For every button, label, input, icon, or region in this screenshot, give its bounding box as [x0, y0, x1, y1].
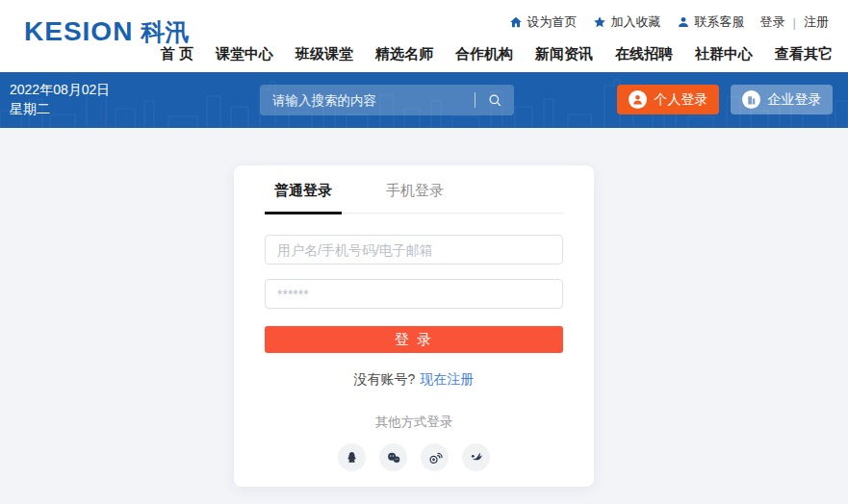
qq-login-button[interactable] — [338, 443, 366, 471]
logo-text-cn: 科汛 — [141, 16, 189, 48]
qq-icon — [345, 450, 359, 465]
contact-service-link[interactable]: 联系客服 — [677, 13, 745, 31]
auth-links: 登录 | 注册 — [760, 13, 829, 31]
main-nav: 首 页 课堂中心 班级课堂 精选名师 合作机构 新闻资讯 在线招聘 社群中心 查… — [161, 45, 833, 63]
enterprise-login-label: 企业登录 — [768, 91, 822, 109]
password-field[interactable] — [265, 279, 563, 309]
nav-item-classroom-center[interactable]: 课堂中心 — [216, 45, 273, 63]
logo-text-en: KESION — [24, 16, 133, 47]
add-favorite-link[interactable]: 加入收藏 — [593, 13, 661, 31]
search-input[interactable] — [260, 85, 475, 115]
wechat-icon — [386, 450, 401, 466]
no-account-text: 没有账号? — [354, 371, 416, 387]
nav-item-partner-orgs[interactable]: 合作机构 — [455, 45, 513, 63]
site-logo: KESION 科汛 — [24, 16, 189, 48]
set-home-label: 设为首页 — [527, 13, 578, 31]
personal-login-label: 个人登录 — [655, 91, 708, 109]
add-favorite-label: 加入收藏 — [611, 13, 661, 31]
nav-item-community[interactable]: 社群中心 — [695, 45, 753, 63]
tab-phone-login[interactable]: 手机登录 — [376, 182, 453, 213]
search-bar — [260, 85, 514, 115]
register-now-link[interactable]: 现在注册 — [420, 371, 474, 387]
set-home-link[interactable]: 设为首页 — [509, 13, 578, 31]
site-header: KESION 科汛 设为首页 加入收藏 联系客服 — [0, 0, 848, 72]
username-field[interactable] — [265, 235, 563, 265]
home-icon — [509, 15, 523, 29]
nav-item-jobs[interactable]: 在线招聘 — [615, 45, 673, 63]
register-link[interactable]: 注册 — [804, 13, 829, 31]
tab-normal-login[interactable]: 普通登录 — [265, 182, 342, 213]
nav-item-class-courses[interactable]: 班级课堂 — [296, 45, 353, 63]
nav-item-more[interactable]: 查看其它 — [775, 45, 833, 63]
weibo-icon — [427, 450, 443, 466]
page: KESION 科汛 设为首页 加入收藏 联系客服 — [0, 0, 848, 504]
weibo-login-button[interactable] — [421, 443, 449, 471]
auth-separator: | — [793, 15, 796, 30]
personal-user-icon — [629, 90, 647, 109]
search-icon — [487, 92, 503, 109]
login-link[interactable]: 登录 — [760, 13, 785, 31]
enterprise-login-button[interactable]: 企业登录 — [731, 85, 833, 114]
person-icon — [677, 15, 690, 29]
personal-login-button[interactable]: 个人登录 — [617, 85, 719, 114]
yixin-icon — [469, 450, 484, 466]
login-submit-button[interactable]: 登 录 — [265, 326, 563, 353]
register-row: 没有账号?现在注册 — [234, 371, 594, 389]
login-tabs: 普通登录 手机登录 — [265, 165, 563, 214]
other-login-text: 其他方式登录 — [234, 414, 594, 431]
nav-item-news[interactable]: 新闻资讯 — [535, 45, 593, 63]
search-button[interactable] — [475, 85, 514, 115]
social-login-row — [234, 443, 594, 471]
star-icon — [593, 15, 606, 29]
wechat-login-button[interactable] — [379, 443, 407, 471]
topbar: 2022年08月02日 星期二 个人登录 企业登录 — [0, 72, 848, 128]
utility-bar: 设为首页 加入收藏 联系客服 登录 | 注册 — [509, 13, 829, 31]
weekday-line: 星期二 — [10, 99, 110, 118]
enterprise-building-icon — [742, 90, 760, 109]
login-card: 普通登录 手机登录 登 录 没有账号?现在注册 其他方式登录 — [234, 165, 594, 487]
yixin-login-button[interactable] — [462, 443, 490, 471]
nav-item-home[interactable]: 首 页 — [161, 45, 193, 63]
date-display: 2022年08月02日 星期二 — [10, 80, 110, 119]
date-line: 2022年08月02日 — [10, 80, 110, 99]
nav-item-featured-teachers[interactable]: 精选名师 — [375, 45, 433, 63]
contact-service-label: 联系客服 — [695, 13, 745, 31]
